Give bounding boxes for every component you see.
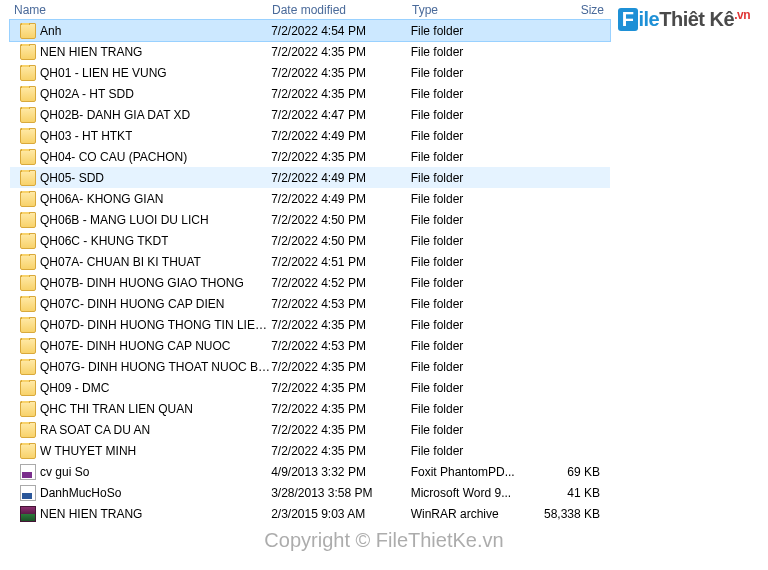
file-list: Name Date modified Type Size Anh7/2/2022…	[10, 0, 610, 524]
file-name: QH07B- DINH HUONG GIAO THONG	[40, 276, 244, 290]
file-name: QH09 - DMC	[40, 381, 109, 395]
folder-icon	[20, 233, 36, 249]
header-size[interactable]: Size	[528, 3, 608, 17]
rar-icon	[20, 506, 36, 522]
file-date: 7/2/2022 4:35 PM	[271, 423, 411, 437]
folder-icon	[20, 107, 36, 123]
file-date: 7/2/2022 4:51 PM	[271, 255, 411, 269]
file-name: QH07D- DINH HUONG THONG TIN LIEN...	[40, 318, 271, 332]
file-name: NEN HIEN TRANG	[40, 507, 142, 521]
file-type: File folder	[411, 360, 531, 374]
file-type: File folder	[411, 318, 531, 332]
file-date: 7/2/2022 4:49 PM	[271, 171, 411, 185]
file-row[interactable]: QH01 - LIEN HE VUNG7/2/2022 4:35 PMFile …	[10, 62, 610, 83]
file-row[interactable]: cv gui So4/9/2013 3:32 PMFoxit PhantomPD…	[10, 461, 610, 482]
file-name: QH07C- DINH HUONG CAP DIEN	[40, 297, 224, 311]
file-type: Foxit PhantomPD...	[411, 465, 531, 479]
file-name: QH03 - HT HTKT	[40, 129, 132, 143]
file-date: 7/2/2022 4:52 PM	[271, 276, 411, 290]
file-row[interactable]: QHC THI TRAN LIEN QUAN7/2/2022 4:35 PMFi…	[10, 398, 610, 419]
file-type: File folder	[411, 381, 531, 395]
folder-icon	[20, 212, 36, 228]
file-type: File folder	[411, 255, 531, 269]
file-row[interactable]: QH07G- DINH HUONG THOAT NUOC BA...7/2/20…	[10, 356, 610, 377]
file-row[interactable]: QH07E- DINH HUONG CAP NUOC7/2/2022 4:53 …	[10, 335, 610, 356]
file-row[interactable]: QH07A- CHUAN BI KI THUAT7/2/2022 4:51 PM…	[10, 251, 610, 272]
logo-vn: .vn	[734, 8, 750, 22]
file-type: File folder	[411, 129, 531, 143]
file-row[interactable]: QH07C- DINH HUONG CAP DIEN7/2/2022 4:53 …	[10, 293, 610, 314]
file-row[interactable]: QH05- SDD7/2/2022 4:49 PMFile folder	[10, 167, 610, 188]
file-row[interactable]: NEN HIEN TRANG2/3/2015 9:03 AMWinRAR arc…	[10, 503, 610, 524]
folder-icon	[20, 128, 36, 144]
header-type[interactable]: Type	[408, 3, 528, 17]
file-type: File folder	[411, 213, 531, 227]
file-row[interactable]: QH07D- DINH HUONG THONG TIN LIEN...7/2/2…	[10, 314, 610, 335]
folder-icon	[20, 380, 36, 396]
file-name: QH02B- DANH GIA DAT XD	[40, 108, 190, 122]
file-row[interactable]: QH03 - HT HTKT7/2/2022 4:49 PMFile folde…	[10, 125, 610, 146]
file-type: File folder	[411, 171, 531, 185]
file-row[interactable]: NEN HIEN TRANG7/2/2022 4:35 PMFile folde…	[10, 41, 610, 62]
file-date: 7/2/2022 4:35 PM	[271, 318, 411, 332]
pdf-icon	[20, 464, 36, 480]
file-row[interactable]: QH04- CO CAU (PACHON)7/2/2022 4:35 PMFil…	[10, 146, 610, 167]
file-row[interactable]: Anh7/2/2022 4:54 PMFile folder	[10, 20, 610, 41]
file-name: QH07E- DINH HUONG CAP NUOC	[40, 339, 230, 353]
file-date: 3/28/2013 3:58 PM	[271, 486, 411, 500]
file-row[interactable]: QH09 - DMC7/2/2022 4:35 PMFile folder	[10, 377, 610, 398]
file-date: 7/2/2022 4:35 PM	[271, 360, 411, 374]
file-row[interactable]: QH02B- DANH GIA DAT XD7/2/2022 4:47 PMFi…	[10, 104, 610, 125]
file-type: File folder	[411, 45, 531, 59]
file-name: Anh	[40, 24, 61, 38]
file-date: 2/3/2015 9:03 AM	[271, 507, 411, 521]
header-name[interactable]: Name	[10, 3, 268, 17]
file-date: 7/2/2022 4:50 PM	[271, 213, 411, 227]
folder-icon	[20, 86, 36, 102]
file-name: QH07G- DINH HUONG THOAT NUOC BA...	[40, 360, 271, 374]
file-row[interactable]: QH06C - KHUNG TKDT7/2/2022 4:50 PMFile f…	[10, 230, 610, 251]
folder-icon	[20, 359, 36, 375]
folder-icon	[20, 401, 36, 417]
folder-icon	[20, 443, 36, 459]
file-name: QH05- SDD	[40, 171, 104, 185]
file-date: 7/2/2022 4:49 PM	[271, 192, 411, 206]
folder-icon	[20, 254, 36, 270]
file-row[interactable]: DanhMucHoSo3/28/2013 3:58 PMMicrosoft Wo…	[10, 482, 610, 503]
rows-container: Anh7/2/2022 4:54 PMFile folderNEN HIEN T…	[10, 20, 610, 524]
file-date: 7/2/2022 4:35 PM	[271, 402, 411, 416]
file-date: 7/2/2022 4:35 PM	[271, 87, 411, 101]
folder-icon	[20, 44, 36, 60]
folder-icon	[20, 317, 36, 333]
file-row[interactable]: W THUYET MINH7/2/2022 4:35 PMFile folder	[10, 440, 610, 461]
file-row[interactable]: QH06B - MANG LUOI DU LICH7/2/2022 4:50 P…	[10, 209, 610, 230]
file-size: 41 KB	[530, 486, 610, 500]
file-name: QH04- CO CAU (PACHON)	[40, 150, 187, 164]
file-type: Microsoft Word 9...	[411, 486, 531, 500]
file-name: QH06B - MANG LUOI DU LICH	[40, 213, 209, 227]
file-date: 7/2/2022 4:49 PM	[271, 129, 411, 143]
folder-icon	[20, 149, 36, 165]
file-date: 7/2/2022 4:54 PM	[271, 24, 411, 38]
logo-f: F	[618, 8, 638, 31]
file-type: File folder	[411, 24, 531, 38]
file-row[interactable]: QH06A- KHONG GIAN7/2/2022 4:49 PMFile fo…	[10, 188, 610, 209]
file-date: 7/2/2022 4:53 PM	[271, 339, 411, 353]
folder-icon	[20, 191, 36, 207]
folder-icon	[20, 170, 36, 186]
header-date[interactable]: Date modified	[268, 3, 408, 17]
file-date: 7/2/2022 4:53 PM	[271, 297, 411, 311]
file-type: File folder	[411, 423, 531, 437]
logo-ile: ile	[639, 8, 660, 30]
file-row[interactable]: RA SOAT CA DU AN7/2/2022 4:35 PMFile fol…	[10, 419, 610, 440]
file-row[interactable]: QH02A - HT SDD7/2/2022 4:35 PMFile folde…	[10, 83, 610, 104]
file-name: QH01 - LIEN HE VUNG	[40, 66, 167, 80]
file-name: NEN HIEN TRANG	[40, 45, 142, 59]
file-size: 58,338 KB	[530, 507, 610, 521]
file-type: File folder	[411, 234, 531, 248]
file-name: QH02A - HT SDD	[40, 87, 134, 101]
file-row[interactable]: QH07B- DINH HUONG GIAO THONG7/2/2022 4:5…	[10, 272, 610, 293]
folder-icon	[20, 422, 36, 438]
file-name: DanhMucHoSo	[40, 486, 121, 500]
file-date: 7/2/2022 4:35 PM	[271, 66, 411, 80]
